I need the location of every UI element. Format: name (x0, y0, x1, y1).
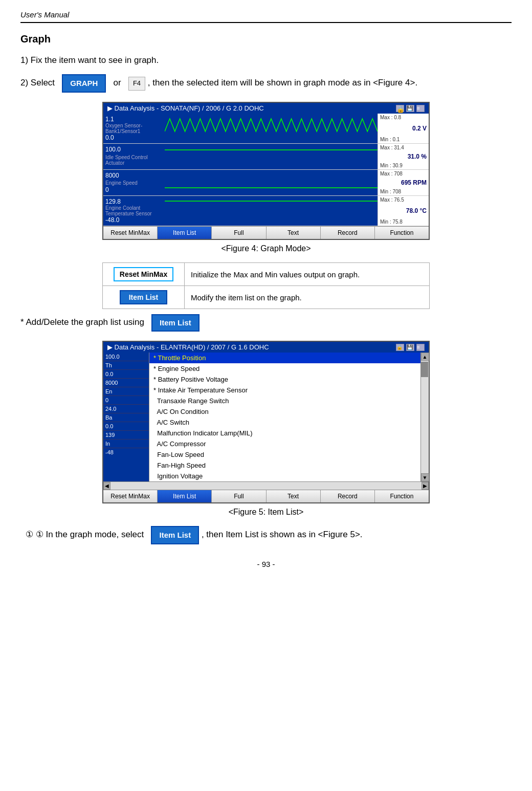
desc-text-itemlist: Modify the item list on the graph. (185, 286, 430, 309)
btn-function-5[interactable]: Function (375, 490, 429, 502)
page-number: - 93 - (20, 560, 512, 568)
scroll-left-arrow[interactable]: ◀ (103, 482, 110, 490)
graph-right-2: Max : 31.4 31.0 % Min : 30.9 (378, 144, 429, 169)
screen5-header: ▶ Data Analysis - ELANTRA(HD) / 2007 / G… (103, 342, 429, 353)
screen4-toolbar: Reset MinMax Item List Full Text Record … (103, 226, 429, 239)
svg-rect-3 (165, 170, 378, 190)
p2-or: or (114, 78, 124, 88)
reset-minmax-button[interactable]: Reset MinMax (114, 267, 173, 281)
scroll-thumb[interactable] (421, 362, 428, 377)
icon5-save: 💾 (406, 344, 414, 351)
p2-suffix: , then the selected item will be shown i… (148, 78, 417, 88)
list-item-3[interactable]: * Battery Positive Voltage (149, 374, 420, 385)
icon-save: 💾 (406, 105, 414, 112)
list-item-4[interactable]: * Intake Air Temperature Sensor (149, 385, 420, 396)
screen4-header: ▶ Data Analysis - SONATA(NF) / 2006 / G … (103, 103, 429, 114)
graph-label-2: 100.0 Idle Speed Control Actuator (103, 144, 165, 169)
graph-right-3: Max : 708 695 RPM Min : 708 (378, 170, 429, 195)
step1-num: ① (26, 530, 33, 539)
icon-menu: ≡ (416, 105, 425, 112)
screen5-toolbar: Reset MinMax Item List Full Text Record … (103, 490, 429, 502)
desc-btn-itemlist: Item List (103, 286, 185, 309)
figure4-screen: ▶ Data Analysis - SONATA(NF) / 2006 / G … (102, 102, 430, 240)
step1-suffix: , then Item List is shown as in <Figure … (202, 530, 363, 539)
graph-row-2: 100.0 Idle Speed Control Actuator Max : … (103, 144, 429, 170)
list-item-7[interactable]: A/C Switch (149, 417, 420, 428)
btn-record-5[interactable]: Record (321, 490, 375, 502)
btn-text-5[interactable]: Text (267, 490, 321, 502)
scroll-right-arrow[interactable]: ▶ (422, 482, 429, 490)
figure4-container: ▶ Data Analysis - SONATA(NF) / 2006 / G … (20, 102, 512, 253)
icon-lock: 🔒 (396, 105, 404, 112)
scroll-down-arrow[interactable]: ▼ (421, 473, 429, 481)
header-title: User's Manual (20, 10, 69, 19)
item-list-button-step1[interactable]: Item List (151, 526, 199, 544)
graph-flat-2 (165, 144, 378, 169)
btn-record-4[interactable]: Record (321, 227, 375, 239)
screen5-list-area: * Throttle Position * Engine Speed * Bat… (149, 353, 429, 481)
graph-button[interactable]: GRAPH (62, 74, 106, 93)
list-item-10[interactable]: Fan-Low Speed (149, 449, 420, 460)
svg-rect-1 (165, 144, 378, 164)
icon5-menu: ≡ (416, 344, 425, 351)
screen5-icons: 🔒 💾 ≡ (396, 344, 425, 351)
p2-prefix: 2) Select (20, 78, 55, 88)
btn-function-4[interactable]: Function (375, 227, 429, 239)
page-header: User's Manual (20, 10, 512, 23)
paragraph-1: 1) Fix the item want to see in graph. (20, 53, 512, 67)
icon5-lock: 🔒 (396, 344, 404, 351)
graph-label-3: 8000 Engine Speed 0 (103, 170, 165, 195)
screen4-title: ▶ Data Analysis - SONATA(NF) / 2006 / G … (107, 104, 264, 112)
scroll-track (421, 361, 429, 473)
graph-right-1: Max : 0.8 0.2 V Min : 0.1 (378, 114, 429, 143)
btn-text-4[interactable]: Text (267, 227, 321, 239)
figure5-screen: ▶ Data Analysis - ELANTRA(HD) / 2007 / G… (102, 341, 430, 503)
desc-row-itemlist: Item List Modify the item list on the gr… (103, 286, 430, 309)
star-note: * Add/Delete the graph list using Item L… (20, 314, 512, 332)
desc-row-reset: Reset MinMax Initialize the Max and Min … (103, 263, 430, 286)
list-item-2[interactable]: * Engine Speed (149, 363, 420, 374)
graph-row-1: 1.1 Oxygen Sensor-Bank1/Sensor1 0.0 Max … (103, 114, 429, 144)
list-item-6[interactable]: A/C On Condition (149, 406, 420, 417)
paragraph-2: 2) Select GRAPH or F4 , then the selecte… (20, 74, 512, 93)
graph-label-1: 1.1 Oxygen Sensor-Bank1/Sensor1 0.0 (103, 114, 165, 143)
btn-item-list-4[interactable]: Item List (158, 227, 212, 239)
screen5-main: 100.0 Th 0.0 8000 En 0 24.0 Ba 0.0 139 I… (103, 353, 429, 481)
list-item-8[interactable]: Malfunction Indicator Lamp(MIL) (149, 428, 420, 438)
desc-btn-reset: Reset MinMax (103, 263, 185, 286)
btn-full-5[interactable]: Full (212, 490, 266, 502)
svg-rect-0 (165, 114, 378, 139)
f4-button[interactable]: F4 (128, 77, 145, 91)
figure4-caption: <Figure 4: Graph Mode> (221, 244, 311, 253)
btn-full-4[interactable]: Full (212, 227, 266, 239)
scroll-up-arrow[interactable]: ▲ (421, 353, 429, 361)
screen5-scrollbar[interactable]: ▲ ▼ (420, 353, 429, 481)
btn-item-list-5[interactable]: Item List (158, 490, 212, 502)
figure5-caption: <Figure 5: Item List> (229, 508, 304, 517)
list-item-9[interactable]: A/C Compressor (149, 438, 420, 449)
figure5-container: ▶ Data Analysis - ELANTRA(HD) / 2007 / G… (20, 341, 512, 517)
star-prefix: * Add/Delete the graph list using (20, 318, 144, 327)
screen4-icons: 🔒 💾 ≡ (396, 105, 425, 112)
list-item-11[interactable]: Fan-High Speed (149, 460, 420, 471)
svg-rect-5 (165, 196, 378, 216)
list-item-5[interactable]: Transaxle Range Switch (149, 396, 420, 406)
btn-reset-minmax-4[interactable]: Reset MinMax (103, 227, 158, 239)
graph-flat-3 (165, 170, 378, 195)
item-list-button-star[interactable]: Item List (151, 314, 199, 332)
graph-right-4: Max : 76.5 78.0 °C Min : 75.8 (378, 196, 429, 226)
btn-reset-minmax-5[interactable]: Reset MinMax (103, 490, 158, 502)
screen5-list-content: * Throttle Position * Engine Speed * Bat… (149, 353, 420, 481)
graph-flat-4 (165, 196, 378, 226)
screen5-hscrollbar: ◀ ▶ (103, 481, 429, 490)
section-title: Graph (20, 33, 512, 45)
desc-table: Reset MinMax Initialize the Max and Min … (102, 262, 430, 309)
item-list-button-desc[interactable]: Item List (120, 290, 168, 304)
graph-label-4: 129.8 Engine Coolant Temperature Sensor … (103, 196, 165, 226)
hscroll-track (110, 482, 422, 490)
list-item-12[interactable]: Ignition Voltage (149, 471, 420, 481)
step1-para: ① ① In the graph mode, select Item List … (20, 526, 512, 544)
step1-prefix: ① In the graph mode, select (36, 530, 144, 539)
list-item-1[interactable]: * Throttle Position (149, 353, 420, 363)
screen5-graph-left: 100.0 Th 0.0 8000 En 0 24.0 Ba 0.0 139 I… (103, 353, 149, 481)
